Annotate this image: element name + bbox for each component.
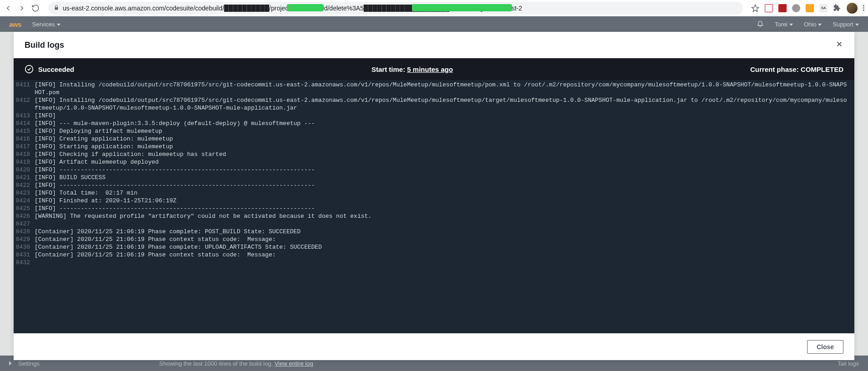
status-bar: Succeeded Start time: 5 minutes ago Curr… <box>14 58 854 80</box>
line-body: [INFO] Creating application: mulemeetup <box>35 135 854 143</box>
line-number: 8425 <box>14 205 35 212</box>
line-body: [Container] 2020/11/25 21:06:19 Phase co… <box>35 243 854 251</box>
line-number: 8417 <box>14 143 35 150</box>
log-line: 8429[Container] 2020/11/25 21:06:19 Phas… <box>14 236 854 243</box>
line-body: [INFO] Installing /codebuild/output/src7… <box>35 81 854 96</box>
line-number: 8420 <box>14 166 35 174</box>
log-viewer[interactable]: 8411[INFO] Installing /codebuild/output/… <box>14 80 854 333</box>
check-circle-icon <box>25 65 34 74</box>
line-body: [INFO] --- mule-maven-plugin:3.3.5:deplo… <box>35 120 854 127</box>
line-number: 8432 <box>14 259 35 266</box>
log-line: 8432 <box>14 259 854 266</box>
line-body: [INFO] ---------------------------------… <box>35 181 854 189</box>
modal-footer: Close <box>14 333 854 360</box>
log-line: 8414[INFO] --- mule-maven-plugin:3.3.5:d… <box>14 120 854 127</box>
log-line: 8426[WARNING] The requested profile "art… <box>14 212 854 220</box>
line-number: 8424 <box>14 197 35 205</box>
line-body: [Container] 2020/11/25 21:06:19 Phase co… <box>35 236 854 243</box>
lock-icon <box>54 5 59 12</box>
line-number: 8428 <box>14 228 35 236</box>
line-body: [INFO] <box>35 112 854 120</box>
log-line: 8428[Container] 2020/11/25 21:06:19 Phas… <box>14 228 854 236</box>
line-number: 8416 <box>14 135 35 143</box>
line-body: [INFO] Total time: 02:17 min <box>35 189 854 197</box>
line-number: 8431 <box>14 251 35 259</box>
line-number: 8429 <box>14 236 35 243</box>
line-body: [INFO] Finished at: 2020-11-25T21:06:19Z <box>35 197 854 205</box>
line-body: [Container] 2020/11/25 21:06:19 Phase co… <box>35 228 854 236</box>
modal-title: Build logs <box>25 40 64 50</box>
log-line: 8425[INFO] -----------------------------… <box>14 205 854 212</box>
log-line: 8423[INFO] Total time: 02:17 min <box>14 189 854 197</box>
browser-chrome: us-east-2.console.aws.amazon.com/codesui… <box>0 0 868 16</box>
log-line: 8419[INFO] Artifact mulemeetup deployed <box>14 158 854 166</box>
line-body: [INFO] BUILD SUCCESS <box>35 174 854 181</box>
close-button[interactable]: Close <box>807 340 843 354</box>
log-line: 8412[INFO] Installing /codebuild/output/… <box>14 96 854 112</box>
chrome-right: SA <box>751 3 864 14</box>
line-body: [INFO] ---------------------------------… <box>35 166 854 174</box>
line-body: [INFO] Deploying artifact mulemeetup <box>35 127 854 135</box>
line-number: 8430 <box>14 243 35 251</box>
log-line: 8418[INFO] Checking if application: mule… <box>14 150 854 158</box>
line-body: [Container] 2020/11/25 21:06:19 Phase co… <box>35 251 854 259</box>
line-number: 8426 <box>14 212 35 220</box>
line-body: [INFO] Checking if application: mulemeet… <box>35 150 854 158</box>
url-bar[interactable]: us-east-2.console.aws.amazon.com/codesui… <box>48 2 743 15</box>
log-line: 8415[INFO] Deploying artifact mulemeetup <box>14 127 854 135</box>
line-body: [INFO] Starting application: mulemeetup <box>35 143 854 150</box>
line-number: 8423 <box>14 189 35 197</box>
line-number: 8418 <box>14 150 35 158</box>
log-line: 8431[Container] 2020/11/25 21:06:19 Phas… <box>14 251 854 259</box>
line-number: 8413 <box>14 112 35 120</box>
log-line: 8416[INFO] Creating application: mulemee… <box>14 135 854 143</box>
log-line: 8417[INFO] Starting application: mulemee… <box>14 143 854 150</box>
line-body: [WARNING] The requested profile "artifac… <box>35 212 854 220</box>
current-phase: Current phase: COMPLETED <box>750 65 843 73</box>
close-icon[interactable] <box>835 40 843 50</box>
extension-icon[interactable] <box>778 4 787 12</box>
menu-icon[interactable] <box>863 5 864 11</box>
line-body: [INFO] ---------------------------------… <box>35 205 854 212</box>
modal-header: Build logs <box>14 32 854 58</box>
status-state: Succeeded <box>25 65 74 74</box>
redaction <box>412 4 512 11</box>
extension-icon[interactable] <box>765 4 773 12</box>
avatar[interactable] <box>847 3 858 14</box>
back-button[interactable] <box>4 4 13 13</box>
line-number: 8415 <box>14 127 35 135</box>
log-line: 8413[INFO] <box>14 112 854 120</box>
line-number: 8422 <box>14 181 35 189</box>
line-number: 8427 <box>14 220 35 228</box>
line-body: [INFO] Installing /codebuild/output/src7… <box>35 96 854 112</box>
line-number: 8419 <box>14 158 35 166</box>
redaction <box>287 4 323 11</box>
reload-button[interactable] <box>31 4 40 13</box>
line-number: 8411 <box>14 81 35 96</box>
log-line: 8420[INFO] -----------------------------… <box>14 166 854 174</box>
start-time: Start time: 5 minutes ago <box>371 65 453 73</box>
log-line: 8430[Container] 2020/11/25 21:06:19 Phas… <box>14 243 854 251</box>
line-body: [INFO] Artifact mulemeetup deployed <box>35 158 854 166</box>
extension-icon[interactable] <box>806 4 814 12</box>
extension-icon[interactable] <box>792 4 800 12</box>
build-logs-modal: Build logs Succeeded Start time: 5 minut… <box>14 32 854 360</box>
extension-icon[interactable]: SA <box>819 4 828 12</box>
svg-point-0 <box>25 65 33 73</box>
line-number: 8421 <box>14 174 35 181</box>
log-line: 8427 <box>14 220 854 228</box>
line-number: 8412 <box>14 96 35 112</box>
line-body <box>35 220 854 228</box>
star-icon[interactable] <box>751 4 759 12</box>
extensions-icon[interactable] <box>833 4 841 12</box>
log-line: 8422[INFO] -----------------------------… <box>14 181 854 189</box>
log-line: 8411[INFO] Installing /codebuild/output/… <box>14 81 854 96</box>
line-body <box>35 259 854 266</box>
forward-button[interactable] <box>17 4 26 13</box>
log-line: 8421[INFO] BUILD SUCCESS <box>14 174 854 181</box>
log-line: 8424[INFO] Finished at: 2020-11-25T21:06… <box>14 197 854 205</box>
line-number: 8414 <box>14 120 35 127</box>
